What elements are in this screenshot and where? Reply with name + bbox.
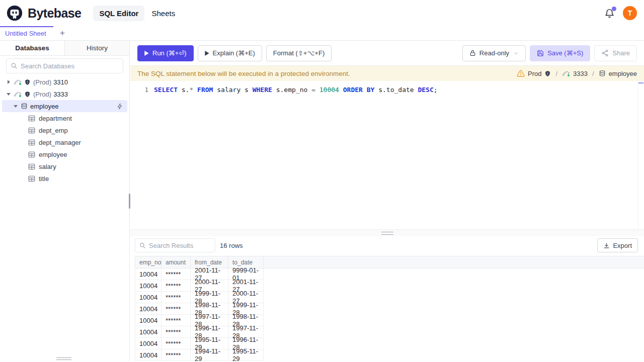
- search-databases-input[interactable]: [21, 62, 119, 70]
- top-nav: SQL Editor Sheets: [93, 6, 175, 21]
- readonly-mode-button[interactable]: Read-only: [462, 45, 526, 61]
- sidebar-tabs: Databases History: [0, 41, 129, 56]
- cell-amount: ******: [162, 326, 191, 337]
- cell-amount: ******: [162, 268, 191, 280]
- cell-emp_no: 10004: [135, 303, 162, 314]
- sidebar-table-dept_manager[interactable]: dept_manager: [0, 136, 129, 148]
- protected-environment-banner: The SQL statement below will be executed…: [130, 66, 644, 81]
- bytebase-logo-icon: [6, 5, 23, 22]
- database-tree: (Prod) 3310: [0, 76, 129, 185]
- database-search: [6, 58, 123, 73]
- sheet-tab-label: Untitled Sheet: [5, 30, 46, 37]
- sidebar-table-title[interactable]: title: [0, 172, 129, 185]
- environment-label: (Prod): [33, 90, 51, 98]
- bytebase-logo[interactable]: Bytebase: [6, 5, 81, 22]
- table-name: dept_emp: [39, 127, 68, 134]
- instance-name: 3310: [53, 78, 68, 86]
- instance-badge[interactable]: 3333: [573, 70, 588, 77]
- play-icon: [144, 51, 149, 56]
- table-row[interactable]: 10004******1994-11-291995-11-29: [135, 349, 264, 361]
- table-icon: [28, 127, 35, 134]
- cell-emp_no: 10004: [135, 326, 162, 337]
- cell-emp_no: 10004: [135, 338, 162, 349]
- sql-statement: SELECT s.* FROM salary s WHERE s.emp_no …: [154, 85, 438, 95]
- tab-databases[interactable]: Databases: [0, 41, 65, 55]
- column-header-emp_no[interactable]: emp_no: [135, 256, 162, 268]
- column-header-filler: [264, 256, 644, 268]
- explain-button[interactable]: Explain (⌘+E): [198, 45, 262, 61]
- cell-amount: ******: [162, 349, 191, 360]
- cell-emp_no: 10004: [135, 315, 162, 326]
- connection-breadcrumb: Prod / 3333 /: [517, 69, 637, 77]
- table-name: salary: [39, 163, 56, 170]
- lock-icon: [469, 50, 476, 56]
- divider-drag-handle[interactable]: [381, 232, 393, 235]
- sidebar-table-salary[interactable]: salary: [0, 160, 129, 172]
- tab-history[interactable]: History: [65, 41, 129, 55]
- cell-amount: ******: [162, 338, 191, 349]
- search-icon: [139, 242, 146, 249]
- header-actions: T: [604, 6, 637, 20]
- column-header-amount[interactable]: amount: [162, 256, 191, 268]
- environment-label: (Prod): [33, 78, 51, 86]
- share-button[interactable]: Share: [594, 45, 637, 61]
- shield-icon: [544, 70, 551, 77]
- toolbar-right: Read-only Save (⌘+S): [462, 45, 637, 61]
- cell-emp_no: 10004: [135, 349, 162, 360]
- editor-scrollbar[interactable]: [638, 81, 644, 229]
- row-count: 16 rows: [220, 242, 243, 249]
- lightning-icon[interactable]: [117, 103, 123, 110]
- play-icon: [205, 51, 209, 56]
- sql-code-editor[interactable]: 1 SELECT s.* FROM salary s WHERE s.emp_n…: [130, 81, 644, 229]
- cell-to_date: 1995-11-29: [228, 349, 264, 360]
- table-icon: [28, 151, 35, 158]
- sidebar-database-employee[interactable]: employee: [2, 100, 127, 112]
- export-button[interactable]: Export: [597, 238, 638, 252]
- environment-badge[interactable]: Prod: [528, 70, 541, 77]
- cell-emp_no: 10004: [135, 292, 162, 303]
- share-icon: [601, 49, 609, 57]
- sidebar-table-dept_emp[interactable]: dept_emp: [0, 124, 129, 136]
- add-sheet-button[interactable]: +: [55, 26, 69, 40]
- tab-untitled-sheet[interactable]: Untitled Sheet: [0, 26, 53, 40]
- notifications-button[interactable]: [604, 8, 615, 19]
- sidebar-table-department[interactable]: department: [0, 112, 129, 124]
- cell-emp_no: 10004: [135, 280, 162, 291]
- cell-from_date: 1994-11-29: [191, 349, 228, 360]
- format-button[interactable]: Format (⇧+⌥+F): [266, 45, 332, 61]
- cell-amount: ******: [162, 303, 191, 314]
- table-icon: [28, 139, 35, 146]
- shield-icon: [24, 91, 31, 98]
- chevron-down-icon[interactable]: [13, 105, 18, 108]
- cell-amount: ******: [162, 315, 191, 326]
- brand-name: Bytebase: [28, 6, 81, 21]
- sidebar-instance-3310[interactable]: (Prod) 3310: [0, 76, 129, 88]
- chevron-right-icon[interactable]: [6, 80, 11, 84]
- chevron-down-icon: [514, 51, 519, 56]
- database-icon: [21, 103, 28, 110]
- sidebar-instance-3333[interactable]: (Prod) 3333: [0, 88, 129, 100]
- mysql-icon: [14, 90, 22, 98]
- nav-sheets[interactable]: Sheets: [151, 9, 175, 18]
- database-badge[interactable]: employee: [609, 70, 637, 77]
- run-button[interactable]: Run (⌘+⏎): [137, 45, 194, 61]
- avatar[interactable]: T: [623, 6, 637, 20]
- database-name: employee: [30, 103, 58, 110]
- top-header: Bytebase SQL Editor Sheets T: [0, 0, 644, 26]
- table-icon: [28, 115, 35, 122]
- sidebar: Databases History: [0, 41, 130, 362]
- table-name: dept_manager: [39, 139, 81, 146]
- sidebar-bottom-resize-handle[interactable]: [56, 357, 71, 360]
- chevron-down-icon[interactable]: [6, 93, 11, 96]
- sidebar-table-employee[interactable]: employee: [0, 148, 129, 160]
- save-button[interactable]: Save (⌘+S): [530, 45, 590, 61]
- nav-sql-editor[interactable]: SQL Editor: [93, 6, 144, 21]
- table-icon: [28, 163, 35, 170]
- instance-name: 3333: [53, 90, 68, 98]
- warning-icon: [517, 69, 525, 77]
- table-name: title: [39, 175, 49, 183]
- table-name: employee: [39, 151, 67, 158]
- download-icon: [603, 242, 610, 249]
- search-results-input[interactable]: [149, 242, 211, 249]
- search-icon: [11, 62, 18, 69]
